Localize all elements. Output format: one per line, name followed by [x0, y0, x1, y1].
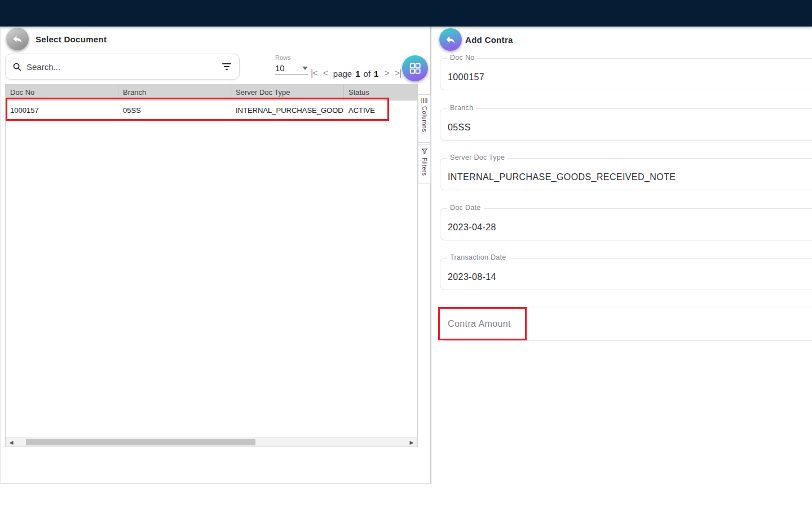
last-page-icon[interactable]: >|: [395, 68, 401, 78]
prev-page-icon[interactable]: <: [323, 68, 328, 78]
tab-columns[interactable]: Columns: [418, 94, 431, 143]
columns-icon: [421, 98, 427, 103]
transaction-date-label: Transaction Date: [447, 253, 509, 261]
panel-title: Select Document: [36, 34, 107, 44]
doc-date-label: Doc Date: [447, 204, 484, 212]
rows-label: Rows: [275, 54, 308, 61]
cell-server-doc-type: INTERNAL_PURCHASE_GOODS...: [231, 100, 344, 121]
table-row[interactable]: 1000157 05SS INTERNAL_PURCHASE_GOODS... …: [6, 100, 417, 121]
filter-icon[interactable]: [222, 63, 231, 70]
pagination: |< < page 1 of 1 > >|: [311, 65, 401, 82]
tab-columns-label: Columns: [421, 106, 428, 132]
transaction-date-value: 2023-08-14: [440, 259, 812, 282]
select-document-panel: Select Document Rows 10 |< < page 1 of 1…: [0, 27, 431, 484]
search-input[interactable]: [27, 62, 222, 72]
search-box: [5, 54, 240, 80]
back-arrow-icon: [12, 33, 23, 45]
doc-no-label: Doc No: [447, 54, 477, 62]
table-header: Doc No Branch Server Doc Type Status: [6, 85, 417, 100]
contra-amount-field[interactable]: Contra Amount: [440, 308, 812, 341]
header-status[interactable]: Status: [344, 85, 417, 100]
top-navigation-bar: [0, 0, 812, 27]
current-page: 1: [355, 69, 360, 78]
cell-doc-no: 1000157: [6, 100, 118, 121]
next-page-icon[interactable]: >: [384, 68, 389, 78]
branch-value: 05SS: [440, 109, 812, 133]
server-doc-type-label: Server Doc Type: [447, 154, 508, 161]
back-button[interactable]: [6, 28, 29, 50]
chevron-down-icon: [302, 67, 308, 70]
add-contra-panel: Add Contra Doc No 1000157 Branch 05SS Se…: [433, 27, 812, 508]
cell-branch: 05SS: [118, 100, 231, 121]
scrollbar-thumb[interactable]: [26, 439, 255, 445]
grid-view-button[interactable]: [402, 55, 428, 81]
tab-filters[interactable]: Filters: [418, 144, 431, 183]
header-doc-no[interactable]: Doc No: [6, 85, 118, 100]
doc-date-field[interactable]: Doc Date 2023-04-28: [440, 208, 812, 240]
back-arrow-icon: [445, 34, 456, 45]
grid-menu-icon: [409, 62, 421, 75]
horizontal-scrollbar[interactable]: ◀ ▶: [6, 437, 417, 446]
of-word: of: [364, 69, 371, 78]
doc-no-value: 1000157: [440, 59, 812, 82]
header-branch[interactable]: Branch: [118, 85, 231, 100]
cell-status: ACTIVE: [344, 100, 417, 121]
header-server-doc-type[interactable]: Server Doc Type: [231, 85, 344, 100]
branch-label: Branch: [447, 104, 476, 112]
page-indicator: page 1 of 1: [333, 69, 379, 78]
doc-no-field[interactable]: Doc No 1000157: [440, 58, 812, 90]
filter-funnel-icon: [421, 148, 428, 155]
tab-filters-label: Filters: [421, 157, 428, 176]
documents-table: Doc No Branch Server Doc Type Status 100…: [5, 84, 418, 447]
server-doc-type-value: INTERNAL_PURCHASE_GOODS_RECEIVED_NOTE: [440, 159, 812, 182]
rows-per-page-select[interactable]: Rows 10: [275, 54, 308, 75]
scroll-left-icon[interactable]: ◀: [7, 438, 16, 446]
server-doc-type-field[interactable]: Server Doc Type INTERNAL_PURCHASE_GOODS_…: [440, 158, 812, 190]
total-pages: 1: [374, 69, 378, 78]
first-page-icon[interactable]: |<: [311, 68, 317, 78]
contra-amount-label: Contra Amount: [440, 308, 812, 329]
branch-field[interactable]: Branch 05SS: [440, 108, 812, 141]
scroll-right-icon[interactable]: ▶: [407, 438, 416, 446]
doc-date-value: 2023-04-28: [440, 209, 812, 233]
page-word: page: [333, 69, 352, 78]
back-button-contra[interactable]: [439, 28, 462, 51]
rows-value: 10: [275, 63, 285, 73]
search-icon: [12, 62, 22, 72]
transaction-date-field[interactable]: Transaction Date 2023-08-14: [440, 258, 812, 290]
panel-title-contra: Add Contra: [465, 35, 513, 45]
